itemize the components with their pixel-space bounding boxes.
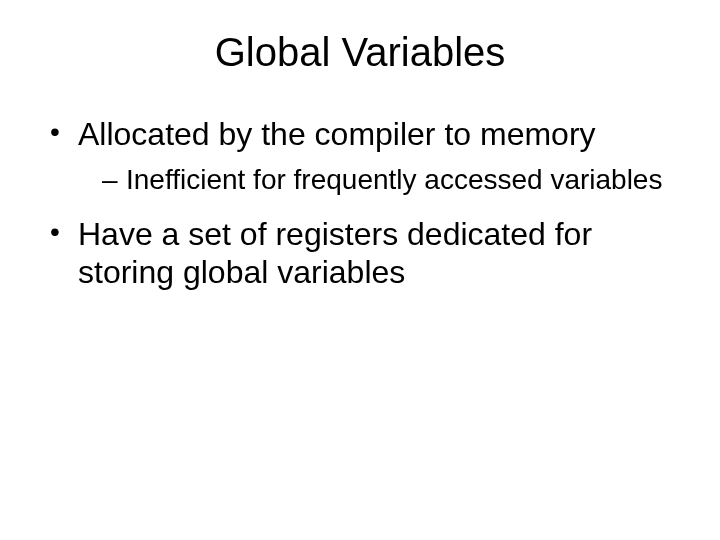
list-item: Have a set of registers dedicated for st…: [50, 215, 690, 292]
bullet-list: Allocated by the compiler to memory Inef…: [30, 115, 690, 292]
bullet-text: Have a set of registers dedicated for st…: [78, 216, 592, 290]
sub-bullet-text: Inefficient for frequently accessed vari…: [126, 164, 662, 195]
list-item: Inefficient for frequently accessed vari…: [102, 163, 690, 197]
slide-title: Global Variables: [30, 30, 690, 75]
list-item: Allocated by the compiler to memory Inef…: [50, 115, 690, 197]
bullet-text: Allocated by the compiler to memory: [78, 116, 596, 152]
slide: Global Variables Allocated by the compil…: [0, 0, 720, 540]
sub-list: Inefficient for frequently accessed vari…: [78, 163, 690, 197]
